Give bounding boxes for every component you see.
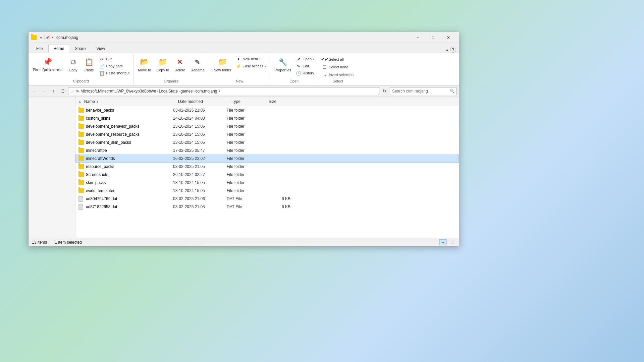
forward-button[interactable]: →	[40, 87, 48, 95]
column-header-type[interactable]: Type	[230, 99, 267, 104]
open-group-label: Open	[272, 78, 316, 84]
move-to-button[interactable]: 📂 Move to	[136, 55, 153, 76]
file-date: 26-10-2024 02:27	[173, 172, 227, 177]
new-folder-button[interactable]: 📁 New folder	[211, 55, 234, 76]
copy-to-button[interactable]: 📁 Copy to	[154, 55, 171, 76]
paste-shortcut-button[interactable]: 📋 Paste shortcut	[98, 70, 131, 76]
tab-share[interactable]: Share	[70, 45, 91, 53]
address-path: ⊞ ≫ Microsoft.MinecraftUWP_8wekyb3d8bbwe…	[68, 87, 379, 95]
file-name: minecraftWorlds	[86, 156, 173, 161]
title-back-btn[interactable]: ◂	[38, 35, 43, 40]
maximize-button[interactable]: □	[425, 32, 441, 43]
column-header-date[interactable]: Date modified	[177, 99, 230, 104]
file-type: File folder	[227, 132, 264, 137]
paste-button[interactable]: 📋 Paste	[82, 55, 97, 76]
minimize-button[interactable]: −	[410, 32, 425, 43]
properties-icon: 🔧	[279, 58, 287, 66]
copy-path-button[interactable]: 📄 Copy path	[98, 63, 131, 69]
pin-icon: 📌	[43, 58, 52, 66]
file-size: 6 KB	[264, 196, 290, 201]
tab-file[interactable]: File	[31, 45, 48, 53]
copy-button[interactable]: ⧉ Copy	[65, 55, 81, 76]
select-none-button[interactable]: ☐ Select none	[320, 63, 355, 71]
delete-button[interactable]: ✕ Delete	[172, 55, 187, 76]
table-row[interactable]: minecraftpe 17-02-2025 05:47 File folder	[75, 146, 459, 155]
table-row[interactable]: world_templates 13-10-2024 15:05 File fo…	[75, 187, 459, 195]
file-icon	[78, 124, 84, 129]
easy-access-icon: ⚡	[236, 63, 241, 69]
table-row[interactable]: ud804794769.dat 03-02-2025 21:06 DAT Fil…	[75, 195, 459, 203]
new-folder-icon: 📁	[218, 58, 227, 66]
cut-button[interactable]: ✂ Cut	[98, 56, 131, 62]
properties-button[interactable]: 🔧 Properties	[272, 55, 293, 76]
clipboard-label: Clipboard	[31, 78, 131, 84]
column-header-size[interactable]: Size	[267, 99, 294, 104]
path-segment-4[interactable]: com.mojang	[195, 89, 217, 94]
select-all-button[interactable]: ✔✔ Select all	[320, 56, 355, 63]
file-name: world_templates	[86, 188, 173, 193]
file-date: 13-10-2024 15:05	[173, 180, 227, 185]
file-name: development_behavior_packs	[86, 124, 173, 129]
tab-home[interactable]: Home	[48, 45, 69, 53]
help-icon[interactable]: ?	[450, 47, 456, 53]
path-dropdown-arrow[interactable]: ▾	[219, 89, 220, 93]
column-header-name[interactable]: Name ▲	[83, 99, 177, 104]
file-name: development_skin_packs	[86, 140, 173, 145]
organize-group: 📂 Move to 📁 Copy to ✕ Delete ✎ Rename	[133, 54, 209, 84]
back-button[interactable]: ←	[31, 87, 39, 95]
path-chevron-3[interactable]: ›	[193, 89, 195, 94]
table-row[interactable]: Screenshots 26-10-2024 02:27 File folder	[75, 171, 459, 179]
path-chevron-1[interactable]: ›	[157, 89, 158, 94]
table-row[interactable]: custom_skins 24-10-2024 04:08 File folde…	[75, 114, 459, 122]
table-row[interactable]: development_behavior_packs 13-10-2024 15…	[75, 122, 459, 130]
ribbon-tabs: File Home Share View ▲ ?	[29, 43, 459, 53]
window-title: com.mojang	[56, 35, 410, 40]
search-input[interactable]	[390, 87, 457, 95]
file-name: resource_packs	[86, 164, 173, 169]
edit-button[interactable]: ✎ Edit	[294, 63, 316, 69]
path-segment-1[interactable]: Microsoft.MinecraftUWP_8wekyb3d8bbwe	[80, 89, 156, 94]
file-icon	[78, 116, 84, 121]
file-type: DAT File	[227, 204, 264, 209]
address-bar: ← → ↑ ⌚ ⊞ ≫ Microsoft.MinecraftUWP_8weky…	[29, 85, 459, 97]
title-pin-btn[interactable]: 📌	[45, 35, 50, 40]
invert-selection-button[interactable]: ↔ Invert selection	[320, 71, 355, 78]
path-segment-2[interactable]: LocalState	[159, 89, 178, 94]
table-row[interactable]: behavior_packs 03-02-2025 21:05 File fol…	[75, 106, 459, 114]
file-icon	[78, 172, 84, 177]
details-view-button[interactable]: ≡	[439, 239, 447, 245]
rename-button[interactable]: ✎ Rename	[188, 55, 207, 76]
pin-quick-access-button[interactable]: 📌 Pin to Quick access	[31, 55, 65, 76]
paste-icon: 📋	[85, 58, 94, 66]
recent-button[interactable]: ⌚	[59, 87, 67, 95]
file-type: File folder	[227, 140, 264, 145]
file-date: 03-02-2025 21:05	[173, 108, 227, 113]
file-name: ud804794769.dat	[86, 196, 173, 201]
new-item-button[interactable]: ✦ New item ▾	[234, 56, 268, 62]
open-button[interactable]: ↗ Open ▾	[294, 56, 316, 62]
table-row[interactable]: skin_packs 13-10-2024 15:05 File folder	[75, 179, 459, 187]
path-segment-3[interactable]: games	[180, 89, 193, 94]
path-quick-access-icon: ⊞	[70, 89, 73, 93]
status-right: ≡ ⊞	[439, 239, 455, 245]
new-group: 📁 New folder ✦ New item ▾ ⚡ Easy access …	[209, 54, 270, 84]
table-row[interactable]: development_resource_packs 13-10-2024 15…	[75, 130, 459, 138]
file-name: ud871822958.dat	[86, 204, 173, 209]
path-chevron-2[interactable]: ›	[178, 89, 180, 94]
up-button[interactable]: ↑	[49, 87, 57, 95]
refresh-button[interactable]: ↻	[380, 87, 388, 95]
file-icon	[78, 132, 84, 137]
table-row[interactable]: minecraftWorlds 16-02-2025 22:02 File fo…	[75, 155, 459, 163]
table-row[interactable]: resource_packs 03-02-2025 21:05 File fol…	[75, 163, 459, 171]
file-name: Screenshots	[86, 172, 173, 177]
tab-view[interactable]: View	[91, 45, 110, 53]
file-type: File folder	[227, 172, 264, 177]
close-button[interactable]: ✕	[441, 32, 456, 43]
history-button[interactable]: 🕐 History	[294, 70, 316, 76]
file-type: File folder	[227, 180, 264, 185]
table-row[interactable]: ud871822958.dat 03-02-2025 21:05 DAT Fil…	[75, 203, 459, 211]
table-row[interactable]: development_skin_packs 13-10-2024 15:05 …	[75, 138, 459, 146]
easy-access-button[interactable]: ⚡ Easy access ▾	[234, 63, 268, 69]
tiles-view-button[interactable]: ⊞	[448, 239, 455, 245]
file-size: 6 KB	[264, 204, 290, 209]
